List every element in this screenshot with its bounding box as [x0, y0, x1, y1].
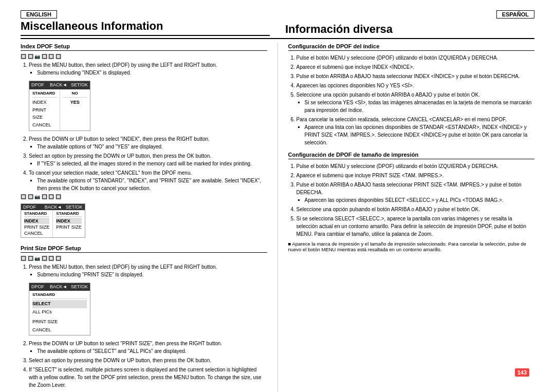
print-size-title: Print Size DPOF Setup — [21, 245, 267, 253]
es-index-steps-list: Pulse el botón MENU y seleccione (DPOF) … — [288, 54, 535, 146]
index-dpof-title: Index DPOF Setup — [21, 43, 267, 51]
es-print-steps-list: Pulse el botón MENU y seleccione (DPOF) … — [288, 162, 535, 238]
es-index-title: Configuración de DPOF del índice — [288, 43, 535, 51]
es-title: Información diversa — [285, 23, 534, 36]
es-print-note: ■ Aparece la marca de impresión y el tam… — [288, 241, 535, 252]
print-steps-list: Press the MENU button, then select (DPOF… — [21, 263, 267, 389]
espanol-badge: ESPAÑOL — [496, 10, 534, 18]
es-print-title: Configuración de DPOF de tamaño de impre… — [288, 152, 535, 159]
main-title: Miscellaneous Information — [21, 20, 270, 36]
page-number: 143 — [515, 368, 529, 377]
index-steps-list: Press the MENU button, then select (DPOF… — [21, 61, 267, 192]
english-badge: ENGLISH — [21, 10, 57, 18]
